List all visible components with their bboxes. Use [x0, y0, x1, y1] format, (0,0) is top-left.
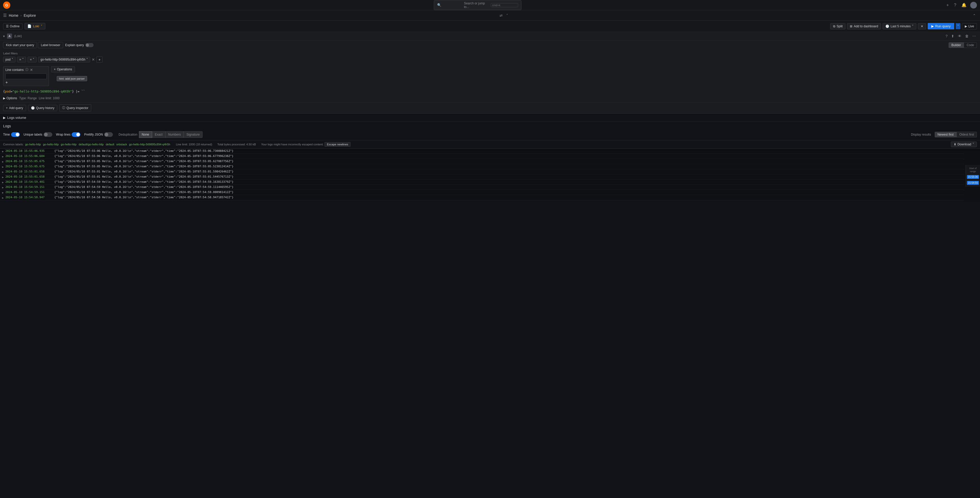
timeline-time-2: 15:54:55 [967, 181, 979, 185]
log-row[interactable]: ▶ 2024-05-10 15:54:58.947 {"log":"2024/0… [0, 195, 964, 200]
filter-op2-select[interactable]: = ˅ [27, 57, 37, 62]
query-history-button[interactable]: 🕐 Query history [28, 105, 57, 111]
collapse-query-icon[interactable]: ▾ [3, 34, 5, 38]
builder-mode-button[interactable]: Builder [948, 42, 964, 48]
log-expand-icon: ▶ [2, 159, 4, 164]
avatar[interactable] [970, 2, 977, 8]
run-query-button[interactable]: ▶ Run query [928, 23, 954, 29]
add-dashboard-button[interactable]: ⊞ Add to dashboard [847, 23, 881, 29]
filter-op1-select[interactable]: = ˅ [17, 57, 26, 62]
download-button[interactable]: ⬇ Download ˅ [951, 142, 977, 147]
run-query-label: Run query [935, 24, 951, 28]
logs-volume-section[interactable]: ▶ Logs volume [0, 114, 980, 122]
line-contains-clear[interactable]: ✕ [30, 68, 33, 72]
clear-time-button[interactable]: ✕ [918, 23, 926, 29]
query-visibility-button[interactable]: 👁 [957, 33, 963, 39]
line-contains-add-button[interactable]: + [5, 80, 8, 85]
log-row[interactable]: ▶ 2024-05-10 15:55:06.684 {"log":"2024/0… [0, 154, 964, 159]
dedup-numbers-button[interactable]: Numbers [165, 131, 184, 138]
sidebar-toggle[interactable]: ☰ [3, 13, 7, 18]
log-row[interactable]: ▶ 2024-05-10 15:55:05.675 {"log":"2024/0… [0, 164, 964, 169]
query-tabs: Kick start your query Label browser Expl… [0, 40, 980, 50]
breadcrumb-chevron[interactable]: ˅ [505, 13, 509, 19]
plus-icon: + [54, 68, 56, 71]
options-toggle[interactable]: ▶ Options [3, 96, 17, 100]
add-filter-button[interactable]: + [96, 56, 103, 63]
search-placeholder: Search or jump to... [464, 2, 489, 9]
common-labels-title: Common labels: [3, 143, 24, 146]
time-range-button[interactable]: 🕐 Last 5 minutes ˅ [883, 23, 916, 29]
log-row[interactable]: ▶ 2024-05-10 15:55:01.658 {"log":"2024/0… [0, 175, 964, 180]
filter-op2-chevron: ˅ [33, 58, 34, 61]
kick-start-tab[interactable]: Kick start your query [3, 42, 37, 48]
live-icon: ▶ [965, 24, 967, 28]
query-history-label: Query history [36, 106, 54, 110]
code-mode-button[interactable]: Code [964, 42, 977, 48]
log-timestamp: 2024-05-10 15:54:59.151 [5, 185, 52, 189]
plus-button[interactable]: + [945, 2, 950, 8]
collapse-button[interactable]: ⌃ [972, 13, 977, 19]
add-query-icon: + [6, 106, 8, 110]
nav-left: G [3, 2, 10, 9]
time-toggle-knob [16, 133, 19, 136]
prettify-json-knob [105, 133, 108, 136]
grafana-logo[interactable]: G [3, 2, 10, 9]
escape-warning-text: Your logs might have incorrectly escaped… [261, 143, 323, 146]
query-upload-button[interactable]: ⬆ [950, 33, 955, 39]
download-label: Download [958, 143, 971, 146]
log-row[interactable]: ▶ 2024-05-10 15:55:01.658 {"log":"2024/0… [0, 169, 964, 175]
filter-key-select[interactable]: pod ˅ [3, 57, 16, 62]
notifications-button[interactable]: 🔔 [960, 2, 968, 8]
split-button[interactable]: ⧉ Split [830, 23, 845, 29]
logs-section: Logs Time Unique labels Wrap lines [0, 122, 980, 498]
escape-newlines-button[interactable]: Escape newlines [325, 142, 350, 147]
query-header: ▾ A (Loki) ? ⬆ 👁 🗑 ⋯ [0, 32, 980, 40]
log-row[interactable]: ▶ 2024-05-10 15:55:05.675 {"log":"2024/0… [0, 159, 964, 164]
query-letter-badge[interactable]: A [7, 33, 12, 39]
expr-key: pod [5, 90, 11, 93]
log-expand-icon: ▶ [2, 185, 4, 189]
expr-value: "go-hello-http-569895c894-q4h5h" [13, 90, 72, 93]
log-timestamp: 2024-05-10 15:55:01.658 [5, 170, 52, 173]
log-row[interactable]: ▶ 2024-05-10 15:54:59.151 {"log":"2024/0… [0, 190, 964, 195]
dedup-signature-button[interactable]: Signature [183, 131, 202, 138]
line-contains-info-icon[interactable]: ⓘ [25, 68, 29, 72]
line-contains-input[interactable] [5, 73, 47, 79]
log-content: {"log":"2024/05/10 07:54:59 Hello, v0.0.… [54, 185, 963, 189]
query-more-button[interactable]: ⋯ [971, 33, 977, 39]
query-datasource-label: (Loki) [14, 34, 22, 38]
wrap-lines-toggle[interactable] [72, 132, 80, 137]
global-search[interactable]: 🔍 Search or jump to... cmd+k [434, 0, 522, 10]
help-button[interactable]: ? [953, 2, 958, 8]
query-inspector-button[interactable]: ⓘ Query inspector [59, 104, 91, 111]
query-help-button[interactable]: ? [944, 33, 948, 39]
explain-toggle[interactable] [85, 43, 94, 47]
filter-value-select[interactable]: go-hello-http-569895c894-q4h5h ˅ [38, 57, 90, 62]
timeline-sidebar: Start of range 15:55:06 15:54:55 [966, 165, 980, 187]
query-delete-button[interactable]: 🗑 [964, 33, 970, 39]
prettify-json-toggle[interactable] [104, 132, 113, 137]
breadcrumb-explore[interactable]: Explore [24, 13, 36, 18]
log-row[interactable]: ▶ 2024-05-10 15:55:06.935 {"log":"2024/0… [0, 149, 964, 154]
breadcrumb-home[interactable]: Home [9, 13, 18, 18]
dedup-exact-button[interactable]: Exact [152, 131, 165, 138]
datasource-selector[interactable]: 📄 Loki ˅ [24, 23, 45, 29]
share-button[interactable]: ⇄ [498, 13, 504, 19]
time-toggle[interactable] [11, 132, 20, 137]
live-button[interactable]: ▶ Live [962, 23, 977, 29]
newest-first-button[interactable]: Newest first [935, 132, 956, 137]
run-query-caret[interactable]: ˅ [956, 23, 961, 29]
oldest-first-button[interactable]: Oldest first [956, 132, 977, 137]
filter-op2-label: = [30, 58, 32, 61]
outline-button[interactable]: ☰ Outline [3, 23, 22, 29]
log-row[interactable]: ▶ 2024-05-10 15:54:59.401 {"log":"2024/0… [0, 180, 964, 185]
add-query-button[interactable]: + Add query [3, 105, 26, 111]
operations-button[interactable]: + Operations [51, 66, 75, 72]
filter-clear-button[interactable]: ✕ [92, 57, 95, 62]
log-timestamp: 2024-05-10 15:54:59.401 [5, 180, 52, 183]
dedup-none-button[interactable]: None [139, 131, 152, 138]
unique-labels-toggle[interactable] [44, 132, 52, 137]
label-browser-tab[interactable]: Label browser [38, 42, 63, 48]
log-row[interactable]: ▶ 2024-05-10 15:54:59.151 {"log":"2024/0… [0, 185, 964, 190]
log-timestamp: 2024-05-10 15:54:59.151 [5, 191, 52, 194]
